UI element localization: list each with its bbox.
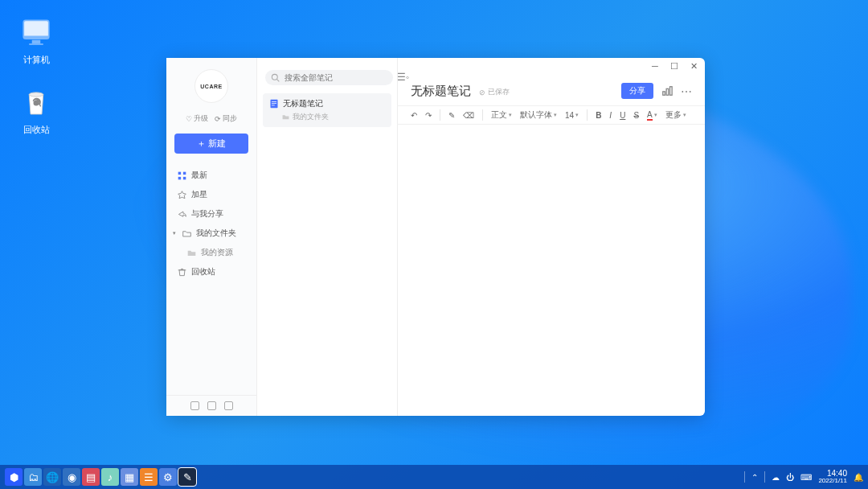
taskbar-file-manager[interactable]: 🗂: [24, 468, 42, 486]
new-button[interactable]: ＋ 新建: [174, 134, 248, 154]
more-menu[interactable]: ⋯: [681, 85, 692, 97]
svg-rect-13: [272, 105, 275, 106]
svg-rect-2: [32, 40, 41, 43]
taskbar-browser-2[interactable]: ◉: [63, 468, 80, 486]
trash-icon: [19, 86, 53, 120]
svg-point-4: [29, 92, 43, 97]
tray-power-icon[interactable]: ⏻: [786, 473, 794, 482]
share-button[interactable]: 分享: [621, 83, 653, 99]
desktop-icon-label: 回收站: [23, 124, 50, 136]
svg-rect-11: [272, 101, 276, 102]
svg-rect-15: [666, 88, 669, 95]
svg-rect-16: [670, 87, 673, 96]
editor-pane: ─ ☐ ✕ 无标题笔记 ⊘ 已保存 分享 ⋯ ↶ ↷ ✎ ⌫ 正文▾ 默认字体▾…: [398, 58, 705, 416]
tray-keyboard-icon[interactable]: ⌨: [800, 473, 812, 482]
sidebar-item-shared[interactable]: 与我分享: [171, 205, 252, 223]
view-mode-1[interactable]: [190, 401, 199, 410]
save-status: ⊘ 已保存: [479, 87, 510, 97]
notes-list-pane: ☰◦ 无标题笔记 我的文件夹: [257, 58, 398, 416]
italic-button[interactable]: I: [609, 111, 612, 120]
window-close[interactable]: ✕: [689, 61, 698, 72]
note-list-item[interactable]: 无标题笔记 我的文件夹: [263, 93, 391, 127]
taskbar-music[interactable]: ♪: [101, 468, 119, 486]
svg-rect-12: [272, 103, 276, 104]
sidebar-item-myresources[interactable]: 我的资源: [171, 244, 252, 261]
undo-button[interactable]: ↶: [411, 111, 417, 120]
svg-rect-14: [663, 92, 665, 95]
document-icon: [269, 99, 279, 109]
desktop-icon-label: 计算机: [23, 54, 50, 66]
svg-rect-3: [29, 43, 43, 45]
search-icon: [271, 73, 280, 82]
trash-icon: [178, 268, 186, 277]
editor-body[interactable]: [398, 125, 705, 416]
editor-toolbar: ↶ ↷ ✎ ⌫ 正文▾ 默认字体▾ 14▾ B I U S A▾ 更多▾: [398, 105, 705, 125]
view-mode-3[interactable]: [224, 401, 233, 410]
clear-format[interactable]: ⌫: [463, 111, 474, 120]
bold-button[interactable]: B: [596, 111, 601, 120]
chevron-icon: ▾: [173, 230, 178, 236]
upgrade-link[interactable]: ♡ 升级: [186, 113, 208, 124]
taskbar-notes-app[interactable]: ✎: [178, 468, 196, 486]
app-window: UCARE ♡ 升级 ⟳ 同步 ＋ 新建 最新 加星 与我分享 ▾我的文件夹 我…: [166, 58, 705, 416]
svg-rect-6: [183, 171, 186, 174]
star-icon: [178, 191, 186, 199]
font-family[interactable]: 默认字体▾: [520, 109, 557, 121]
paragraph-style[interactable]: 正文▾: [491, 109, 512, 121]
tray-notifications[interactable]: 🔔: [854, 473, 863, 482]
desktop-icon-trash[interactable]: 回收站: [12, 86, 60, 136]
sidebar-item-recent[interactable]: 最新: [171, 166, 252, 184]
view-mode-2[interactable]: [207, 401, 216, 410]
redo-button[interactable]: ↷: [425, 111, 432, 120]
avatar[interactable]: UCARE: [194, 69, 228, 103]
stats-icon[interactable]: [661, 85, 673, 97]
strike-button[interactable]: S: [633, 111, 639, 120]
underline-button[interactable]: U: [620, 111, 625, 120]
taskbar: ⬢ 🗂 🌐 ◉ ▤ ♪ ▦ ☰ ⚙ ✎ ⌃ ☁ ⏻ ⌨ 14:40 2022/1…: [0, 465, 868, 489]
note-title[interactable]: 无标题笔记: [411, 84, 471, 97]
sidebar-item-myfolder[interactable]: ▾我的文件夹: [171, 224, 252, 242]
share-icon: [178, 210, 186, 219]
taskbar-browser-1[interactable]: 🌐: [43, 468, 61, 486]
taskbar-settings[interactable]: ⚙: [159, 468, 177, 486]
taskbar-app-1[interactable]: ▦: [121, 468, 138, 486]
folder-icon: [182, 229, 191, 238]
tray-expand[interactable]: ⌃: [751, 473, 758, 482]
taskbar-clock[interactable]: 14:40 2022/1/11: [818, 470, 847, 484]
window-minimize[interactable]: ─: [650, 61, 660, 72]
svg-rect-7: [178, 176, 181, 179]
svg-rect-5: [178, 171, 181, 174]
folder-icon: [282, 113, 289, 121]
font-size[interactable]: 14▾: [565, 111, 579, 120]
taskbar-store[interactable]: ▤: [82, 468, 100, 486]
start-button[interactable]: ⬢: [5, 468, 23, 486]
grid-icon: [178, 171, 186, 180]
folder-icon: [187, 249, 196, 257]
text-color[interactable]: A▾: [647, 110, 657, 121]
tray-cloud-icon[interactable]: ☁: [772, 473, 780, 482]
svg-point-9: [272, 74, 277, 80]
svg-rect-8: [183, 176, 186, 179]
monitor-icon: [19, 16, 53, 50]
window-maximize[interactable]: ☐: [669, 61, 679, 72]
sidebar: UCARE ♡ 升级 ⟳ 同步 ＋ 新建 最新 加星 与我分享 ▾我的文件夹 我…: [166, 58, 257, 416]
more-formatting[interactable]: 更多▾: [665, 109, 686, 121]
search-input[interactable]: [265, 70, 393, 85]
taskbar-app-2[interactable]: ☰: [140, 468, 158, 486]
sidebar-item-trash[interactable]: 回收站: [171, 263, 252, 281]
sidebar-item-starred[interactable]: 加星: [171, 186, 252, 203]
desktop-icon-computer[interactable]: 计算机: [12, 16, 60, 66]
svg-rect-1: [23, 36, 49, 39]
sync-link[interactable]: ⟳ 同步: [215, 113, 237, 124]
format-painter[interactable]: ✎: [448, 111, 455, 120]
